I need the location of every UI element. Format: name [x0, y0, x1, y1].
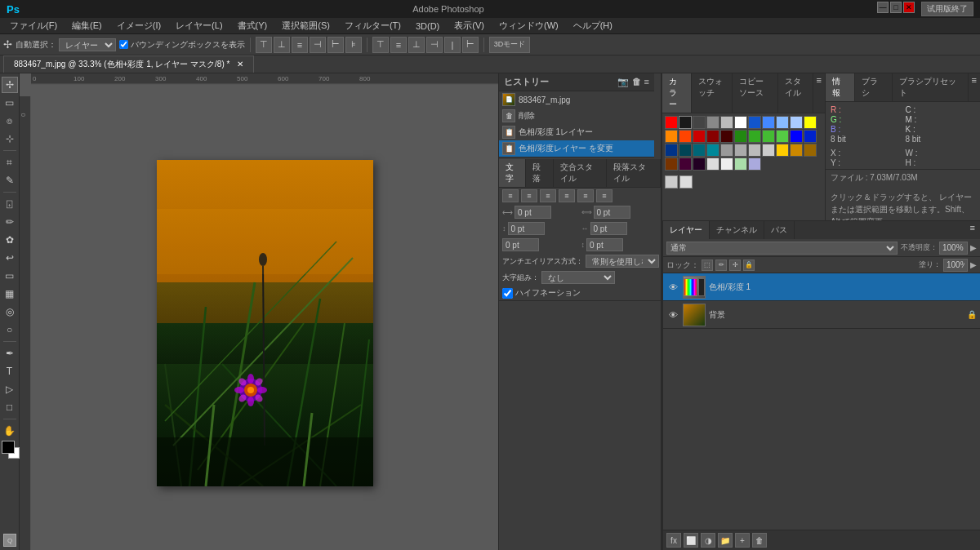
tab-channels[interactable]: チャンネル	[710, 221, 764, 239]
tab-color[interactable]: カラー	[662, 73, 692, 113]
lock-image-btn[interactable]: ✏	[715, 259, 727, 271]
fill-input[interactable]	[943, 259, 968, 272]
add-group-btn[interactable]: 📁	[718, 533, 733, 548]
foreground-color-swatch[interactable]	[2, 441, 15, 454]
history-delete-icon[interactable]: 🗑	[632, 77, 641, 87]
canvas-image[interactable]	[157, 160, 373, 486]
swatch-very-dark-red[interactable]	[720, 130, 733, 143]
layer-eye-adjustment[interactable]: 👁	[666, 281, 679, 294]
swatch-teal3[interactable]	[706, 144, 719, 157]
lock-transparent-btn[interactable]: ⬚	[702, 259, 713, 271]
color-panel-menu-icon[interactable]: ≡	[813, 73, 825, 113]
layer-eye-background[interactable]: 👁	[666, 308, 679, 322]
transform-controls-checkbox[interactable]	[119, 40, 128, 49]
tab-paths[interactable]: パス	[764, 221, 795, 239]
history-item-1[interactable]: 🗑 削除	[499, 108, 654, 124]
hyphenation-checkbox[interactable]	[502, 288, 513, 299]
swatch-gray1[interactable]	[720, 144, 733, 157]
align-middle-btn[interactable]: ⊥	[274, 37, 290, 53]
trial-end-btn[interactable]: 试用版終了	[921, 2, 973, 16]
magic-wand-btn[interactable]: ⊹	[2, 131, 18, 147]
swatch-yellow[interactable]	[804, 116, 817, 129]
swatch-white[interactable]	[734, 116, 747, 129]
auto-select-dropdown[interactable]: レイヤー	[59, 38, 116, 51]
delete-layer-btn[interactable]: 🗑	[752, 533, 767, 548]
menu-image[interactable]: イメージ(I)	[110, 18, 167, 33]
swatch-black[interactable]	[679, 116, 692, 129]
distribute-top-btn[interactable]: ⊤	[372, 37, 389, 53]
char-pt2-input[interactable]	[586, 238, 623, 251]
tab-charstyle[interactable]: 交合スタイル	[554, 159, 608, 187]
swatch-dark-red[interactable]	[706, 130, 719, 143]
3d-mode-btn[interactable]: 3Dモード	[489, 37, 530, 53]
clone-tool-btn[interactable]: ✿	[2, 232, 18, 248]
tab-copysource[interactable]: コピーソース	[733, 73, 778, 113]
distribute-right-btn[interactable]: ⊢	[462, 37, 479, 53]
win-maximize-btn[interactable]: □	[890, 2, 902, 13]
menu-filter[interactable]: フィルター(T)	[338, 18, 408, 33]
menu-layer[interactable]: レイヤー(L)	[169, 18, 229, 33]
quick-mask-btn[interactable]: Q	[3, 534, 16, 547]
align-justify-force-btn[interactable]: ≡	[596, 189, 612, 202]
lock-position-btn[interactable]: ✢	[729, 259, 741, 271]
menu-select[interactable]: 選択範囲(S)	[275, 18, 336, 33]
align-center-btn[interactable]: ⊢	[327, 37, 344, 53]
swatch-blue1[interactable]	[748, 116, 761, 129]
align-justify-btn[interactable]: ≡	[559, 189, 575, 202]
win-close-btn[interactable]: ✕	[903, 2, 915, 13]
history-menu-icon[interactable]: ≡	[644, 77, 649, 87]
swatch-ex2[interactable]	[679, 175, 693, 189]
crop-tool-btn[interactable]: ⌗	[2, 154, 18, 171]
distribute-h-btn[interactable]: ≡	[390, 37, 407, 53]
hyphenation-label[interactable]: ハイフネーション	[502, 287, 581, 299]
swatch-crimson[interactable]	[693, 130, 706, 143]
layer-item-background[interactable]: 👁 背景 🔒	[663, 301, 980, 329]
path-select-btn[interactable]: ▷	[2, 381, 18, 397]
swatch-light-gray[interactable]	[720, 116, 733, 129]
anti-alias-select[interactable]: 常則を使用しない	[586, 255, 659, 268]
align-bottom-btn[interactable]: ≡	[292, 37, 308, 53]
add-fx-btn[interactable]: fx	[666, 533, 681, 548]
tab-main-file[interactable]: 883467_m.jpg @ 33.3% (色相+彩度 1, レイヤー マスク/…	[3, 55, 254, 73]
swatch-gray3[interactable]	[748, 144, 761, 157]
gradient-tool-btn[interactable]: ▦	[2, 286, 18, 302]
menu-help[interactable]: ヘルプ(H)	[567, 18, 619, 33]
swatch-extra5[interactable]	[679, 157, 692, 171]
eraser-tool-btn[interactable]: ▭	[2, 268, 18, 284]
layers-menu-icon[interactable]: ≡	[965, 221, 980, 239]
swatch-extra9[interactable]	[734, 157, 747, 171]
char-size-input[interactable]	[514, 206, 551, 219]
hand-tool-btn[interactable]: ✋	[2, 423, 18, 439]
swatch-green[interactable]	[762, 130, 775, 143]
char-tracking-input[interactable]	[594, 206, 630, 219]
swatch-orange[interactable]	[665, 130, 678, 143]
swatch-extra4[interactable]	[665, 157, 678, 171]
tab-brush[interactable]: ブラシ	[855, 73, 893, 101]
marquee-tool-btn[interactable]: ▭	[2, 95, 18, 111]
swatch-pure-blue[interactable]	[790, 130, 803, 143]
pen-tool-btn[interactable]: ✒	[2, 345, 18, 361]
blend-mode-select[interactable]: 通常	[666, 242, 898, 255]
swatch-navy2[interactable]	[665, 144, 678, 157]
history-brush-btn[interactable]: ↩	[2, 250, 18, 266]
swatch-extra8[interactable]	[720, 157, 733, 171]
distribute-left-btn[interactable]: ⊣	[426, 37, 443, 53]
shape-tool-btn[interactable]: □	[2, 399, 18, 415]
tab-paragraph[interactable]: 段落	[526, 159, 553, 187]
tab-brushpreset[interactable]: ブラシプリセット	[893, 73, 969, 101]
menu-window[interactable]: ウィンドウ(W)	[492, 18, 565, 33]
align-right-btn[interactable]: ⊧	[345, 37, 362, 53]
add-mask-btn[interactable]: ⬜	[684, 533, 698, 548]
menu-type[interactable]: 書式(Y)	[231, 18, 274, 33]
char-leading-input[interactable]	[508, 222, 545, 235]
swatch-extra3[interactable]	[804, 144, 817, 157]
swatch-teal1[interactable]	[679, 144, 692, 157]
tab-character[interactable]: 文字	[499, 159, 526, 187]
layer-item-adjustment[interactable]: 👁 色相/彩度 1	[663, 273, 980, 301]
tab-parastyle[interactable]: 段落スタイル	[607, 159, 661, 187]
type-tool-btn[interactable]: T	[2, 363, 18, 379]
transform-controls-label[interactable]: バウンディングボックスを表示	[119, 39, 245, 51]
swatch-red[interactable]	[665, 116, 678, 129]
menu-file[interactable]: ファイル(F)	[3, 18, 64, 33]
history-item-3[interactable]: 📋 色相/彩度レイヤー を変更	[499, 140, 654, 157]
